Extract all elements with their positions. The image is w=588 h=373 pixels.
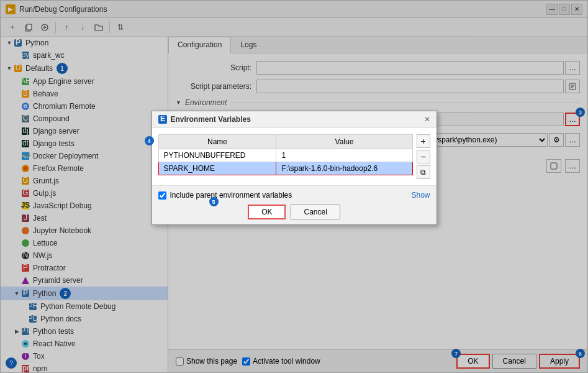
dialog-title-bar: E Environment Variables ✕ [152, 111, 436, 128]
env-value-spark-home: F:\spark-1.6.0-bin-hadoop2.6 [276, 162, 412, 175]
dialog-title-label: Environment Variables [171, 115, 251, 124]
dialog-body: Name Value PYTHONUNBUFFERED 1 [152, 128, 436, 185]
dialog-overlay: 4 E Environment Variables ✕ [1, 1, 587, 372]
env-name-pythonunbuffered: PYTHONUNBUFFERED [158, 149, 276, 162]
main-window: ▶ Run/Debug Configurations — □ ✕ + ↑ ↓ [0, 0, 588, 373]
env-row-spark-home[interactable]: SPARK_HOME F:\spark-1.6.0-bin-hadoop2.6 [158, 162, 412, 175]
col-value-header: Value [276, 135, 412, 149]
show-link[interactable]: Show [411, 191, 430, 200]
add-env-button[interactable]: + [417, 134, 430, 148]
col-name-header: Name [158, 135, 276, 149]
dialog-title-icon: E [158, 115, 167, 124]
include-parent-checkbox[interactable] [158, 191, 166, 200]
env-row-pythonunbuffered[interactable]: PYTHONUNBUFFERED 1 [158, 149, 412, 162]
dialog-ok-button[interactable]: OK [248, 205, 286, 219]
dialog-footer: Include parent environment variables Sho… [152, 185, 436, 224]
badge-4: 4 [145, 136, 154, 145]
dialog-footer-top: Include parent environment variables Sho… [158, 191, 430, 200]
dialog-cancel-button[interactable]: Cancel [291, 205, 340, 219]
env-value-pythonunbuffered: 1 [276, 149, 412, 162]
svg-text:E: E [160, 116, 165, 122]
env-name-spark-home: SPARK_HOME [158, 162, 276, 175]
dialog-close-button[interactable]: ✕ [424, 115, 430, 124]
dialog-title-text: E Environment Variables [158, 115, 251, 124]
include-parent-label: Include parent environment variables [170, 191, 292, 200]
env-vars-dialog: 4 E Environment Variables ✕ [152, 111, 437, 225]
copy-env-button[interactable]: ⧉ [417, 165, 430, 179]
env-table-container: Name Value PYTHONUNBUFFERED 1 [158, 134, 413, 179]
env-vars-table: Name Value PYTHONUNBUFFERED 1 [158, 134, 413, 175]
table-action-buttons: + − ⧉ [417, 134, 430, 179]
remove-env-button[interactable]: − [417, 150, 430, 163]
dialog-footer-buttons: 5 OK Cancel [158, 205, 430, 219]
badge-5: 5 [209, 197, 219, 206]
